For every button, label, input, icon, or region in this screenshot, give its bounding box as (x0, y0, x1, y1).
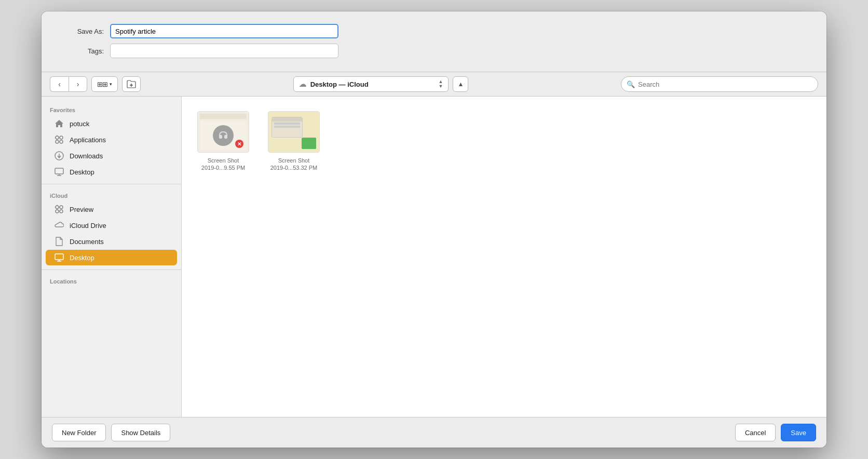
locations-section-label: Locations (42, 274, 181, 287)
headphones-icon (217, 130, 229, 141)
save-as-input[interactable] (110, 24, 338, 38)
svg-point-7 (60, 136, 63, 139)
thumb2-line2 (274, 126, 300, 128)
location-arrows: ▲ ▼ (438, 79, 443, 89)
search-icon: 🔍 (627, 80, 635, 88)
thumb1-circle (213, 125, 234, 146)
file-area: ✕ Screen Shot 2019-0...9.55 PM (182, 97, 826, 417)
thumb1-x-badge: ✕ (235, 140, 243, 148)
view-arrow-icon: ▾ (110, 82, 112, 87)
file-item-screenshot2[interactable]: Screen Shot 2019-0...53.32 PM (263, 107, 325, 176)
tags-row: Tags: (62, 44, 806, 58)
new-folder-toolbar-button[interactable] (122, 76, 141, 92)
icloud-section-label: iCloud (42, 188, 181, 201)
collapse-button[interactable]: ▲ (453, 76, 468, 92)
new-folder-button[interactable]: New Folder (52, 424, 106, 441)
applications-label: Applications (70, 136, 106, 144)
tags-input[interactable] (110, 44, 338, 58)
bottom-bar: New Folder Show Details Cancel Save (42, 417, 826, 448)
collapse-icon: ▲ (457, 80, 464, 88)
sidebar-item-documents[interactable]: Documents (46, 234, 177, 249)
potuck-label: potuck (70, 120, 89, 128)
sidebar-item-potuck[interactable]: potuck (46, 116, 177, 131)
new-folder-icon (127, 80, 136, 88)
file1-name: Screen Shot 2019-0...9.55 PM (201, 157, 245, 172)
icloud-drive-icon (54, 220, 64, 231)
icloud-drive-label: iCloud Drive (70, 222, 106, 230)
documents-icon (54, 236, 64, 247)
forward-button[interactable]: › (69, 76, 87, 92)
file2-name: Screen Shot 2019-0...53.32 PM (270, 157, 318, 172)
file-item-screenshot1[interactable]: ✕ Screen Shot 2019-0...9.55 PM (192, 107, 254, 176)
sidebar-item-applications[interactable]: Applications (46, 132, 177, 147)
svg-rect-11 (55, 168, 63, 174)
bottom-left-actions: New Folder Show Details (52, 424, 170, 441)
thumb2-bg (268, 112, 319, 152)
cancel-button[interactable]: Cancel (735, 424, 776, 441)
downloads-label: Downloads (70, 152, 103, 160)
location-label: Desktop — iCloud (310, 80, 369, 88)
location-dropdown[interactable]: ☁ Desktop — iCloud ▲ ▼ (293, 76, 449, 92)
sidebar-divider-1 (42, 184, 181, 184)
thumb1-header (200, 114, 247, 119)
save-as-row: Save As: (62, 24, 806, 38)
thumb2-line1 (274, 123, 300, 125)
svg-point-14 (56, 206, 59, 209)
toolbar: ‹ › ⊞⊞ ▾ ☁ Desktop — iCloud ▲ ▼ (42, 72, 826, 97)
home-icon (54, 118, 64, 129)
search-input[interactable] (638, 80, 812, 88)
desktop-icloud-label: Desktop (70, 254, 94, 262)
sidebar-divider-2 (42, 269, 181, 270)
svg-point-19 (60, 206, 63, 209)
main-content: Favorites potuck Applications Downloads (42, 97, 826, 417)
nav-group: ‹ › (50, 76, 87, 92)
preview-icon (54, 204, 64, 214)
show-details-button[interactable]: Show Details (111, 424, 170, 441)
sidebar-item-preview[interactable]: Preview (46, 201, 177, 217)
save-dialog: Save As: Tags: ‹ › ⊞⊞ ▾ ☁ (42, 11, 826, 448)
file-thumbnail-1: ✕ (197, 111, 249, 153)
svg-point-21 (60, 210, 63, 213)
sidebar-item-icloud-drive[interactable]: iCloud Drive (46, 218, 177, 233)
svg-rect-22 (55, 254, 63, 260)
search-box[interactable]: 🔍 (621, 76, 818, 92)
svg-point-9 (60, 140, 63, 143)
svg-point-8 (56, 140, 59, 143)
thumb2-dialog (272, 117, 303, 138)
location-text: ☁ Desktop — iCloud (299, 80, 369, 88)
documents-label: Documents (70, 238, 104, 246)
sidebar-item-downloads[interactable]: Downloads (46, 148, 177, 164)
svg-point-2 (56, 136, 59, 139)
desktop-fav-label: Desktop (70, 168, 94, 176)
sidebar: Favorites potuck Applications Downloads (42, 97, 182, 417)
cloud-icon: ☁ (299, 80, 306, 88)
applications-icon (54, 134, 64, 145)
thumb2-titlebar (272, 117, 302, 122)
sidebar-item-desktop-icloud[interactable]: Desktop (46, 250, 177, 265)
sidebar-item-desktop-fav[interactable]: Desktop (46, 164, 177, 180)
desktop-icloud-icon (54, 252, 64, 263)
desktop-fav-icon (54, 167, 64, 177)
favorites-section-label: Favorites (42, 103, 181, 115)
preview-label: Preview (70, 206, 93, 213)
back-button[interactable]: ‹ (50, 76, 69, 92)
view-mode-button[interactable]: ⊞⊞ ▾ (91, 76, 118, 92)
thumb2-green-btn (302, 138, 316, 149)
save-button[interactable]: Save (781, 424, 816, 441)
downloads-icon (54, 151, 64, 161)
svg-point-20 (56, 210, 59, 213)
bottom-right-actions: Cancel Save (735, 424, 816, 441)
save-as-label: Save As: (62, 28, 104, 35)
file-thumbnail-2 (268, 111, 320, 153)
thumb1-bg: ✕ (198, 112, 249, 152)
dialog-header: Save As: Tags: (42, 11, 826, 72)
thumb1-body: ✕ (200, 121, 247, 150)
tags-label: Tags: (62, 47, 104, 55)
view-grid-icon: ⊞⊞ (97, 80, 107, 88)
